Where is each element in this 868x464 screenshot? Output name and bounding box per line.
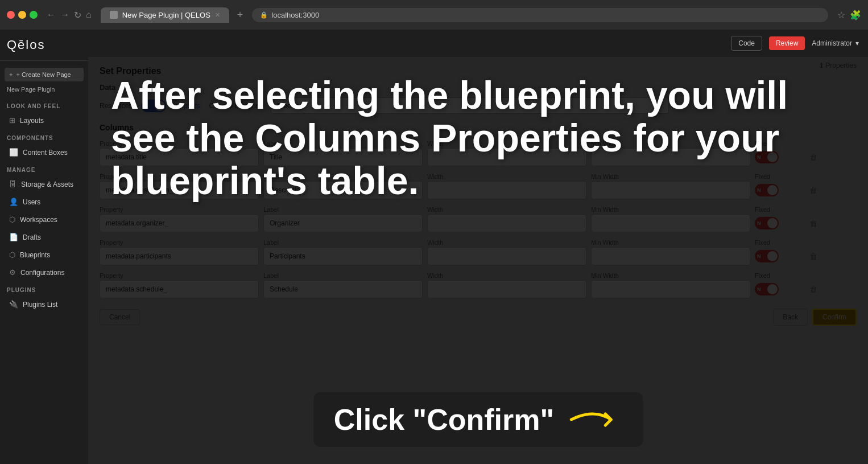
workspaces-icon: ⬡ — [9, 215, 15, 224]
sidebar-item-content-boxes-label: Content Boxes — [23, 149, 68, 157]
new-tab-button[interactable]: + — [233, 7, 248, 23]
address-text: localhost:3000 — [271, 11, 319, 19]
sidebar-item-plugins-list[interactable]: 🔌 Plugins List — [2, 296, 86, 313]
sidebar-item-configurations-label: Configurations — [20, 269, 64, 277]
extensions-button[interactable]: 🧩 — [850, 10, 861, 20]
close-traffic-light[interactable] — [7, 11, 15, 19]
sidebar-item-storage-label: Storage & Assets — [21, 180, 73, 188]
page-name: New Page Plugin — [0, 84, 88, 97]
browser-chrome: ← → ↻ ⌂ New Page Plugin | QELOS ✕ + 🔒 lo… — [0, 0, 868, 30]
manage-section-label: MANAGE — [0, 161, 88, 175]
callout-text: Click "Confirm" — [334, 403, 554, 437]
sidebar-item-blueprints-label: Blueprints — [20, 251, 50, 259]
nav-controls: ← → ↻ ⌂ — [47, 10, 92, 20]
configurations-icon: ⚙ — [9, 268, 16, 277]
forward-nav-button[interactable]: → — [60, 10, 69, 20]
refresh-nav-button[interactable]: ↻ — [74, 10, 81, 20]
users-icon: 👤 — [9, 198, 18, 206]
sidebar-item-layouts-label: Layouts — [20, 117, 44, 125]
sidebar: Qēlos + + Create New Page New Page Plugi… — [0, 30, 88, 464]
app-container: Qēlos + + Create New Page New Page Plugi… — [0, 30, 868, 464]
tutorial-overlay: After selecting the blueprint, you will … — [88, 57, 868, 464]
back-nav-button[interactable]: ← — [47, 10, 56, 20]
page-content: Set Properties ℹ Properties Data Resourc… — [88, 57, 868, 464]
review-button[interactable]: Review — [769, 36, 805, 50]
browser-actions: ☆ 🧩 — [837, 10, 861, 20]
sidebar-item-configurations[interactable]: ⚙ Configurations — [2, 264, 86, 281]
main-content: Code Review Administrator ▾ Set Properti… — [88, 30, 868, 464]
create-new-page-button[interactable]: + + Create New Page — [5, 68, 84, 81]
tab-close-icon[interactable]: ✕ — [215, 11, 220, 19]
minimize-traffic-light[interactable] — [18, 11, 26, 19]
content-boxes-icon: ⬜ — [9, 148, 18, 157]
logo-text: Qēlos — [7, 38, 45, 52]
arrow-icon — [565, 403, 622, 437]
sidebar-item-users-label: Users — [23, 198, 40, 206]
user-name: Administrator — [812, 39, 852, 47]
sidebar-item-blueprints[interactable]: ⬡ Blueprints — [2, 247, 86, 263]
sidebar-item-plugins-label: Plugins List — [23, 301, 57, 309]
sidebar-item-storage[interactable]: 🗄 Storage & Assets — [2, 176, 86, 192]
create-new-page-label: + Create New Page — [16, 71, 71, 78]
tab-bar: New Page Plugin | QELOS ✕ + — [101, 7, 248, 23]
sidebar-item-workspaces[interactable]: ⬡ Workspaces — [2, 211, 86, 228]
overlay-headline: After selecting the blueprint, you will … — [111, 74, 845, 202]
sidebar-item-users[interactable]: 👤 Users — [2, 194, 86, 210]
chevron-down-icon: ▾ — [855, 39, 859, 47]
blueprints-icon: ⬡ — [9, 251, 15, 259]
click-confirm-callout: Click "Confirm" — [313, 392, 643, 447]
tab-favicon — [110, 11, 118, 19]
lock-icon: 🔒 — [260, 11, 268, 19]
look-and-feel-section-label: LOOK AND FEEL — [0, 97, 88, 112]
maximize-traffic-light[interactable] — [30, 11, 38, 19]
sidebar-item-workspaces-label: Workspaces — [20, 216, 57, 224]
drafts-icon: 📄 — [9, 233, 18, 241]
code-button[interactable]: Code — [731, 36, 762, 51]
top-bar: Code Review Administrator ▾ — [88, 30, 868, 57]
tab-title: New Page Plugin | QELOS — [122, 11, 210, 19]
sidebar-item-layouts[interactable]: ⊞ Layouts — [2, 112, 86, 129]
sidebar-item-drafts[interactable]: 📄 Drafts — [2, 229, 86, 245]
layouts-icon: ⊞ — [9, 116, 15, 125]
active-tab[interactable]: New Page Plugin | QELOS ✕ — [101, 7, 229, 23]
components-section-label: COMPONENTS — [0, 129, 88, 143]
plugins-section-label: PLUGINS — [0, 281, 88, 295]
traffic-lights — [7, 11, 38, 19]
bookmark-button[interactable]: ☆ — [837, 10, 845, 20]
user-menu[interactable]: Administrator ▾ — [812, 39, 859, 47]
plus-icon: + — [9, 71, 13, 78]
storage-icon: 🗄 — [9, 180, 16, 188]
sidebar-item-content-boxes[interactable]: ⬜ Content Boxes — [2, 144, 86, 161]
sidebar-logo: Qēlos — [0, 30, 88, 61]
sidebar-item-drafts-label: Drafts — [23, 233, 41, 241]
home-nav-button[interactable]: ⌂ — [86, 10, 92, 20]
plugins-icon: 🔌 — [9, 300, 18, 309]
address-bar[interactable]: 🔒 localhost:3000 — [252, 8, 828, 22]
